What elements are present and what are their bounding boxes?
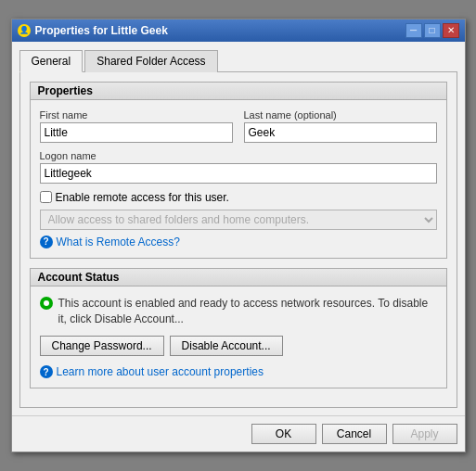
minimize-button[interactable]: ─ xyxy=(405,23,422,38)
tab-shared-folder-access[interactable]: Shared Folder Access xyxy=(84,50,217,72)
cancel-button[interactable]: Cancel xyxy=(322,424,387,444)
remote-help-label: What is Remote Access? xyxy=(57,236,180,248)
maximize-button[interactable]: □ xyxy=(424,23,441,38)
last-name-input[interactable] xyxy=(244,122,437,143)
status-text-row: This account is enabled and ready to acc… xyxy=(40,296,437,327)
name-row: First name Last name (optional) xyxy=(40,109,437,143)
status-description: This account is enabled and ready to acc… xyxy=(58,296,437,327)
learn-more-icon: ? xyxy=(40,365,53,378)
learn-more-label: Learn more about user account properties xyxy=(57,365,264,378)
tab-bar: General Shared Folder Access xyxy=(19,49,457,72)
close-button[interactable]: ✕ xyxy=(443,23,459,38)
enable-remote-row: Enable remote access for this user. xyxy=(40,191,437,204)
window-content: General Shared Folder Access Properties … xyxy=(12,42,465,416)
change-password-button[interactable]: Change Password... xyxy=(40,336,164,356)
remote-access-dropdown[interactable]: Allow access to shared folders and home … xyxy=(40,210,437,230)
account-status-body: This account is enabled and ready to acc… xyxy=(31,286,446,388)
learn-more-link[interactable]: ? Learn more about user account properti… xyxy=(40,365,437,378)
last-name-label: Last name (optional) xyxy=(244,109,437,121)
first-name-input[interactable] xyxy=(40,122,233,143)
account-status-section: Account Status This account is enabled a… xyxy=(30,268,447,389)
enable-remote-label: Enable remote access for this user. xyxy=(56,191,229,204)
title-bar: 👤 Properties for Little Geek ─ □ ✕ xyxy=(12,19,465,42)
title-bar-left: 👤 Properties for Little Geek xyxy=(18,24,168,37)
first-name-group: First name xyxy=(40,109,233,143)
tab-general-content: Properties First name Last name (optiona… xyxy=(19,72,457,409)
remote-access-dropdown-row: Allow access to shared folders and home … xyxy=(40,210,437,230)
title-controls[interactable]: ─ □ ✕ xyxy=(405,23,459,38)
first-name-label: First name xyxy=(40,109,233,121)
window-title: Properties for Little Geek xyxy=(35,24,168,37)
logon-name-group: Logon name xyxy=(40,150,437,184)
footer: OK Cancel Apply xyxy=(12,415,465,452)
tab-general[interactable]: General xyxy=(19,50,84,72)
logon-name-label: Logon name xyxy=(40,150,437,161)
disable-account-button[interactable]: Disable Account... xyxy=(170,336,283,356)
ok-button[interactable]: OK xyxy=(251,424,316,444)
properties-section: Properties First name Last name (optiona… xyxy=(30,82,447,259)
properties-section-header: Properties xyxy=(31,83,446,100)
remote-access-help-link[interactable]: ? What is Remote Access? xyxy=(40,236,437,248)
status-enabled-icon xyxy=(40,297,53,310)
main-window: 👤 Properties for Little Geek ─ □ ✕ Gener… xyxy=(11,19,466,453)
apply-button[interactable]: Apply xyxy=(392,424,457,444)
window-icon: 👤 xyxy=(18,24,31,37)
help-icon: ? xyxy=(40,236,53,248)
properties-section-body: First name Last name (optional) Logon na… xyxy=(31,100,446,258)
account-status-header: Account Status xyxy=(31,269,446,286)
logon-name-input[interactable] xyxy=(40,163,437,184)
enable-remote-checkbox[interactable] xyxy=(40,191,52,203)
last-name-group: Last name (optional) xyxy=(244,109,437,143)
account-buttons-row: Change Password... Disable Account... xyxy=(40,336,437,356)
